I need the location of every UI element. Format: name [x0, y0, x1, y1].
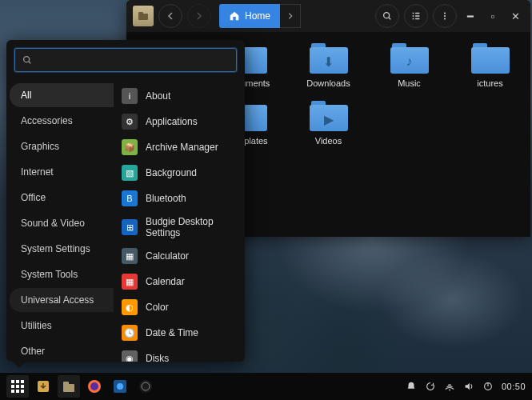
path-next-button[interactable] — [280, 4, 301, 28]
svg-rect-0 — [138, 14, 148, 20]
app-background[interactable]: ▧Background — [114, 160, 245, 186]
app-label: About — [146, 90, 170, 102]
menu-search-input[interactable] — [14, 48, 237, 72]
app-disks[interactable]: ◉Disks — [114, 346, 245, 362]
category-system-tools[interactable]: System Tools — [10, 262, 114, 286]
app-icon: B — [122, 190, 138, 206]
app-icon: ▧ — [122, 165, 138, 181]
view-toggle-button[interactable] — [404, 4, 428, 28]
app-icon: 🕓 — [122, 325, 138, 341]
app-label: Budgie Desktop Settings — [146, 216, 237, 238]
app-label: Background — [146, 167, 197, 178]
category-internet[interactable]: Internet — [10, 160, 114, 184]
folder-label: Music — [398, 78, 421, 88]
taskbar-app-2[interactable] — [134, 375, 157, 398]
folder-label: ictures — [477, 78, 502, 88]
path-bar: Home — [219, 4, 301, 28]
folder-pictures[interactable]: ictures — [450, 43, 530, 88]
search-button[interactable] — [375, 4, 399, 28]
category-sound-video[interactable]: Sound & Video — [10, 211, 114, 235]
svg-rect-9 — [63, 382, 69, 385]
svg-point-3 — [444, 12, 446, 14]
folder-icon: ♪ — [390, 43, 429, 74]
home-icon — [229, 10, 240, 22]
svg-point-13 — [117, 383, 123, 390]
taskbar-files[interactable] — [58, 375, 80, 398]
app-archive-manager[interactable]: 📦Archive Manager — [114, 134, 245, 160]
more-icon — [439, 10, 450, 22]
path-home-label: Home — [245, 10, 270, 22]
nav-forward-button[interactable] — [187, 4, 211, 28]
category-system-settings[interactable]: System Settings — [10, 237, 114, 261]
hamburger-button[interactable] — [433, 4, 457, 28]
folder-videos[interactable]: ▶Videos — [288, 101, 369, 146]
svg-point-4 — [444, 15, 446, 17]
taskbar-app-1[interactable] — [109, 375, 131, 398]
folder-label: Videos — [315, 136, 342, 146]
app-label: Bluetooth — [146, 193, 186, 204]
taskbar-firefox[interactable] — [83, 375, 106, 398]
app-date-time[interactable]: 🕓Date & Time — [114, 320, 245, 346]
app-launcher-button[interactable] — [6, 375, 29, 398]
app-bluetooth[interactable]: BBluetooth — [114, 186, 245, 211]
svg-point-11 — [90, 382, 98, 390]
path-home-chip[interactable]: Home — [219, 4, 280, 28]
search-icon — [382, 10, 393, 22]
app-about[interactable]: iAbout — [114, 83, 245, 109]
app-label: Date & Time — [146, 327, 198, 338]
app-icon: ◐ — [122, 299, 138, 315]
folder-icon — [471, 43, 510, 74]
app-label: Calculator — [146, 250, 189, 262]
app-color[interactable]: ◐Color — [114, 294, 245, 320]
app-label: Archive Manager — [146, 142, 218, 153]
search-icon — [22, 54, 33, 66]
folder-icon: ▶ — [310, 101, 348, 131]
category-graphics[interactable]: Graphics — [10, 134, 114, 158]
folder-label: Downloads — [306, 78, 350, 88]
panel-clock[interactable]: 00:50 — [502, 382, 526, 391]
refresh-icon[interactable] — [425, 381, 436, 392]
category-utilities[interactable]: Utilities — [10, 314, 114, 338]
app-icon: ◉ — [122, 350, 138, 362]
svg-rect-1 — [138, 12, 143, 14]
taskbar-app-installer[interactable] — [32, 375, 54, 398]
svg-point-2 — [384, 13, 390, 18]
app-icon: i — [122, 88, 138, 104]
category-other[interactable]: Other — [10, 339, 114, 362]
grid-icon — [11, 380, 24, 393]
category-office[interactable]: Office — [10, 186, 114, 210]
app-label: Calendar — [146, 276, 185, 287]
app-label: Disks — [146, 353, 169, 362]
system-tray: 00:50 — [406, 381, 526, 392]
svg-point-16 — [449, 390, 450, 391]
svg-rect-8 — [63, 384, 74, 392]
file-manager-titlebar[interactable]: Home ━ ▫ ✕ — [126, 0, 530, 32]
app-budgie-desktop-settings[interactable]: ⊞Budgie Desktop Settings — [114, 211, 245, 243]
category-universal-access[interactable]: Universal Access — [10, 288, 114, 312]
notifications-icon[interactable] — [406, 381, 417, 392]
app-icon: 📦 — [122, 139, 138, 155]
app-icon: ▦ — [122, 274, 138, 290]
volume-icon[interactable] — [463, 381, 474, 392]
app-label: Color — [146, 302, 169, 313]
network-icon[interactable] — [444, 381, 455, 392]
category-accessories[interactable]: Accessories — [10, 109, 114, 133]
list-icon — [410, 10, 422, 22]
app-calendar[interactable]: ▦Calendar — [114, 269, 245, 294]
window-close-button[interactable]: ✕ — [506, 7, 524, 25]
folder-icon: ⬇ — [310, 43, 348, 74]
folder-downloads[interactable]: ⬇Downloads — [288, 43, 369, 88]
window-maximize-button[interactable]: ▫ — [484, 7, 502, 25]
app-icon: ⚙ — [122, 114, 138, 130]
nav-back-button[interactable] — [158, 4, 182, 28]
application-menu: AllAccessoriesGraphicsInternetOfficeSoun… — [6, 40, 245, 362]
app-icon: ⊞ — [122, 219, 138, 235]
app-calculator[interactable]: ▦Calculator — [114, 243, 245, 269]
app-icon: ▦ — [122, 248, 138, 264]
power-icon[interactable] — [482, 381, 494, 392]
folder-music[interactable]: ♪Music — [369, 43, 450, 88]
svg-point-14 — [139, 380, 152, 393]
svg-point-6 — [24, 57, 30, 62]
category-all[interactable]: All — [10, 83, 114, 107]
window-minimize-button[interactable]: ━ — [462, 7, 479, 25]
